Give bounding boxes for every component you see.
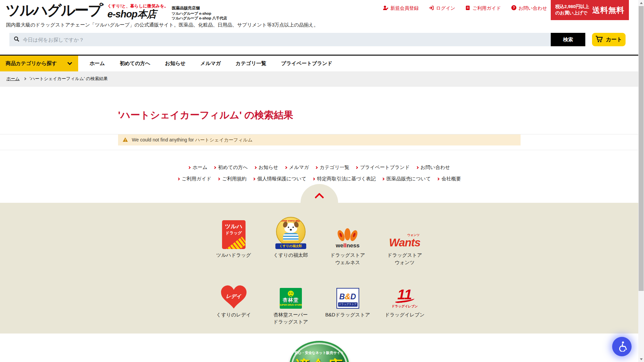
warning-search-term: ハートシェイカーフィルム xyxy=(195,137,253,142)
footer-link-terms[interactable]: ご利用規約 xyxy=(218,176,247,182)
chevron-right-icon xyxy=(254,166,256,169)
accessibility-button[interactable] xyxy=(612,337,632,356)
footer-link-guide[interactable]: ご利用ガイド xyxy=(177,176,211,182)
bd-logo: B&D ドラッグストア xyxy=(336,277,359,309)
utility-nav: 新規会員登録 ログイン ご利用ガイド ? お問い合わせ xyxy=(383,5,547,11)
search-bar: 検索 カート xyxy=(9,33,626,46)
svg-text:?: ? xyxy=(513,6,515,10)
smiley-icon xyxy=(288,291,294,297)
scrollbar-thumb[interactable] xyxy=(639,6,644,291)
chevron-right-icon xyxy=(437,177,439,180)
chevron-down-icon xyxy=(67,60,72,65)
page: ツルハグループ° くすり!と、暮らしに微笑みを。 e-shop本店 医薬品販売店… xyxy=(0,0,638,362)
scroll-up-arrow[interactable] xyxy=(638,0,644,6)
main-nav: 商品カテゴリから探す ホーム 初めての方へ お知らせ メルマガ カテゴリ一覧 プ… xyxy=(0,55,638,71)
logo-sub-block: くすり!と、暮らしに微笑みを。 e-shop本店 xyxy=(107,3,168,19)
store-wellness[interactable]: wellness ドラッグストアウェルネス xyxy=(319,217,376,266)
nav-item-news[interactable]: お知らせ xyxy=(158,60,193,67)
search-input[interactable] xyxy=(23,37,551,43)
site-tagline: 国内最大級のドラッグストアチェーン「ツルハグループ」の公式通販サイト。医薬品、化… xyxy=(6,22,318,28)
nav-item-private-brand[interactable]: プライベートブランド xyxy=(274,60,340,67)
guide-link[interactable]: ご利用ガイド xyxy=(465,5,501,11)
footer-link-private-brand[interactable]: プライベートブランド xyxy=(356,164,410,171)
back-to-top-button[interactable] xyxy=(301,184,338,203)
chevron-right-icon xyxy=(355,166,358,169)
wellness-logo: wellness xyxy=(336,217,360,249)
breadcrumb-home-link[interactable]: ホーム xyxy=(6,76,20,82)
search-icon xyxy=(14,36,19,43)
store-label: ツルハドラッグ xyxy=(216,252,251,259)
store-drug-eleven[interactable]: 11 ドラッグイレブン ドラッグイレブン xyxy=(376,277,433,326)
nav-item-first-time[interactable]: 初めての方へ xyxy=(112,60,158,67)
book-icon xyxy=(465,5,470,11)
warning-section: We could not find anything for ハートシェイカーフ… xyxy=(0,134,638,150)
logo-catchphrase: くすり!と、暮らしに微笑みを。 xyxy=(107,3,168,9)
drug-eleven-logo: 11 ドラッグイレブン xyxy=(392,277,418,309)
chevron-right-icon xyxy=(177,177,180,180)
footer-link-news[interactable]: お知らせ xyxy=(254,164,278,171)
search-button[interactable]: 検索 xyxy=(551,33,585,46)
nav-item-mailmag[interactable]: メルマガ xyxy=(193,60,228,67)
chevron-right-icon xyxy=(315,166,318,169)
chevron-right-icon xyxy=(217,177,220,180)
scrollbar[interactable] xyxy=(638,0,644,362)
store-label: B&Dドラッグストア xyxy=(325,311,370,319)
register-link[interactable]: 新規会員登録 xyxy=(383,5,419,11)
wants-logo: ウォンツ Wants xyxy=(389,217,420,249)
yellow-swoosh xyxy=(225,237,245,249)
footer-link-category-list[interactable]: カテゴリ一覧 xyxy=(315,164,349,171)
free-shipping-label: 送料無料 xyxy=(592,5,625,15)
badge-arc-text: 安心・安全なネット販売サイト xyxy=(294,351,344,355)
group-store-grid: ツルハ ドラッグ ツルハドラッグ Smile every day! xyxy=(205,203,433,326)
category-menu-button[interactable]: 商品カテゴリから探す xyxy=(0,56,78,71)
store-info: 医薬品販売店舗 ツルハグループ e-shop ツルハグループ e-shop 八千… xyxy=(172,6,227,20)
warning-triangle-icon xyxy=(122,137,128,143)
redei-logo: レデイ xyxy=(221,277,247,309)
footer-link-mailmag[interactable]: メルマガ xyxy=(285,164,309,171)
store-redei[interactable]: レデイ くすりのレデイ xyxy=(205,277,262,326)
footer-link-pharma-sales[interactable]: 医薬品販売について xyxy=(382,176,431,182)
chevron-right-icon xyxy=(382,177,384,180)
store-bd-drug[interactable]: B&D ドラッグストア B&Dドラッグストア xyxy=(319,277,376,326)
chevron-right-icon xyxy=(284,166,287,169)
store-wants[interactable]: ウォンツ Wants ドラッグストアウォンツ xyxy=(376,217,433,266)
site-header: ツルハグループ° くすり!と、暮らしに微笑みを。 e-shop本店 医薬品販売店… xyxy=(0,0,638,33)
store-label: ドラッグイレブン xyxy=(385,311,425,319)
store-tsuruha-drug[interactable]: ツルハ ドラッグ ツルハドラッグ xyxy=(205,217,262,266)
logo-degree-mark: ° xyxy=(102,2,104,9)
badge-main-text: 適合店 xyxy=(295,356,343,362)
warning-text: We could not find anything for ハートシェイカーフ… xyxy=(132,137,253,143)
scroll-down-arrow[interactable] xyxy=(638,356,644,362)
logo-shop-name: e-shop本店 xyxy=(107,9,168,19)
breadcrumb-current: 'ハートシェイカーフィルム' の検索結果 xyxy=(30,76,108,82)
question-icon: ? xyxy=(511,5,517,11)
nav-item-home[interactable]: ホーム xyxy=(82,60,112,67)
cart-button[interactable]: カート xyxy=(592,33,626,46)
logo-main-text: ツルハグループ° xyxy=(6,3,104,17)
contact-link[interactable]: ? お問い合わせ xyxy=(511,5,547,11)
store-label: くすりのレデイ xyxy=(216,311,251,319)
kyorindo-logo: 杏林堂 SUPER DRUG STORE xyxy=(280,277,302,309)
footer-link-home[interactable]: ホーム xyxy=(188,164,207,171)
chevron-up-icon xyxy=(314,193,324,202)
chevron-right-icon xyxy=(312,177,315,180)
footer-link-company[interactable]: 会社概要 xyxy=(437,176,461,182)
chevron-right-icon xyxy=(253,177,255,180)
site-logo[interactable]: ツルハグループ° くすり!と、暮らしに微笑みを。 e-shop本店 医薬品販売店… xyxy=(6,3,227,20)
store-label: ドラッグストアウェルネス xyxy=(330,252,365,266)
footer-links-row2: ご利用ガイド ご利用規約 個人情報保護について 特定商取引法に基づく表記 医薬品… xyxy=(177,176,461,182)
breadcrumb-separator-icon xyxy=(23,77,26,80)
footer-link-privacy[interactable]: 個人情報保護について xyxy=(253,176,306,182)
footer-link-tokushoho[interactable]: 特定商取引法に基づく表記 xyxy=(313,176,376,182)
footer-link-contact[interactable]: お問い合わせ xyxy=(416,164,450,171)
login-link[interactable]: ログイン xyxy=(429,5,455,11)
cart-icon xyxy=(595,36,603,44)
free-shipping-banner: 税込2,980円以上 のお買い上げで 送料無料 xyxy=(551,0,629,20)
store-fukutaro[interactable]: Smile every day! くすりの福太郎 くすりの福太郎 xyxy=(262,217,319,266)
chevron-right-icon xyxy=(188,166,191,169)
nav-item-category-list[interactable]: カテゴリ一覧 xyxy=(228,60,274,67)
footer-link-first-time[interactable]: 初めての方へ xyxy=(214,164,248,171)
store-kyorindo[interactable]: 杏林堂 SUPER DRUG STORE 杏林堂スーパードラッグストア xyxy=(262,277,319,326)
certified-shop-badge: 安心・安全なネット販売サイト 適合店 xyxy=(289,341,349,362)
store-label: 杏林堂スーパードラッグストア xyxy=(273,311,308,326)
